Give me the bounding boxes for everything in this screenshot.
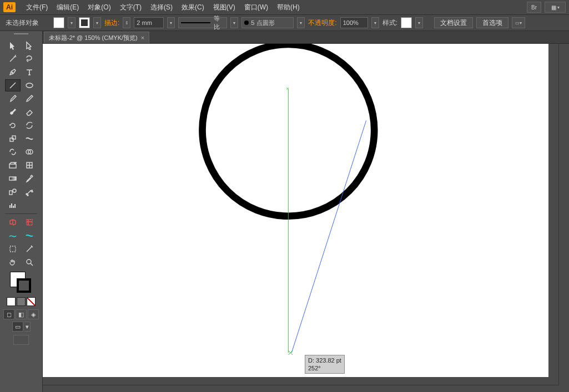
- hand-tool[interactable]: [5, 256, 21, 268]
- fill-stroke-control[interactable]: [9, 272, 33, 294]
- screen-mode-button[interactable]: ▭: [12, 322, 23, 332]
- color-mode-row: [7, 297, 36, 306]
- zoom-tool[interactable]: [22, 256, 37, 268]
- control-menu-icon[interactable]: ▭▾: [512, 17, 525, 28]
- rotate-tool[interactable]: [5, 119, 21, 131]
- close-tab-icon[interactable]: ×: [141, 34, 144, 41]
- fill-dropdown[interactable]: ▾: [68, 17, 75, 28]
- brush-dropdown[interactable]: ▾: [297, 17, 305, 28]
- free-transform-tool[interactable]: [5, 146, 21, 158]
- tooltip-angle: 252°: [308, 364, 341, 372]
- menu-bar: Ai 文件(F) 编辑(E) 对象(O) 文字(T) 选择(S) 效果(C) 视…: [0, 0, 569, 15]
- svg-point-11: [13, 189, 16, 192]
- pencil-tool[interactable]: [22, 93, 37, 105]
- opacity-dropdown[interactable]: ▾: [371, 17, 379, 28]
- curvature-tool[interactable]: [5, 230, 21, 242]
- lasso-tool[interactable]: [22, 53, 37, 65]
- gradient-tool[interactable]: [5, 172, 21, 185]
- artboard-tool[interactable]: [5, 216, 21, 228]
- stroke-color[interactable]: [17, 278, 31, 293]
- stroke-weight-dropdown[interactable]: ▾: [167, 17, 175, 28]
- width-tool[interactable]: [22, 133, 37, 145]
- menu-type[interactable]: 文字(T): [116, 1, 145, 14]
- draw-inside[interactable]: ◈: [28, 309, 39, 319]
- brush-profile[interactable]: 5 点圆形: [241, 17, 294, 28]
- stroke-dropdown[interactable]: ▾: [93, 17, 101, 28]
- opacity-label[interactable]: 不透明度:: [308, 18, 336, 28]
- document-setup-button[interactable]: 文档设置: [434, 17, 473, 28]
- style-swatch[interactable]: [401, 17, 412, 28]
- preferences-button[interactable]: 首选项: [476, 17, 508, 28]
- opacity-input[interactable]: 100%: [340, 17, 368, 28]
- svg-rect-7: [9, 164, 16, 168]
- line-segment-tool[interactable]: [5, 79, 21, 91]
- svg-point-2: [26, 83, 33, 88]
- blend-tool[interactable]: [5, 186, 21, 198]
- svg-line-1: [10, 83, 16, 88]
- screen-mode-dropdown[interactable]: ▾: [24, 322, 31, 332]
- svg-rect-3: [10, 138, 13, 141]
- tools-grip[interactable]: [7, 32, 35, 36]
- color-mode-gradient[interactable]: [17, 297, 26, 306]
- draw-behind[interactable]: ◧: [16, 309, 27, 319]
- style-dropdown[interactable]: ▾: [415, 17, 423, 28]
- smooth-tool[interactable]: [22, 230, 37, 242]
- menu-window[interactable]: 窗口(W): [240, 1, 272, 14]
- artwork: ×: [43, 44, 548, 377]
- mesh-tool[interactable]: [22, 159, 37, 171]
- dash-dropdown[interactable]: ▾: [230, 17, 238, 28]
- magic-wand-tool[interactable]: [5, 53, 21, 65]
- measurement-line: [291, 120, 366, 353]
- color-mode-none[interactable]: [27, 297, 36, 306]
- bridge-button[interactable]: Br: [527, 2, 541, 13]
- menu-object[interactable]: 对象(O): [84, 1, 114, 14]
- eraser-tool[interactable]: [22, 106, 37, 118]
- perspective-grid-tool[interactable]: [5, 159, 21, 171]
- canvas[interactable]: × D: 323.82 pt 252°: [43, 44, 548, 377]
- column-graph-tool[interactable]: [5, 199, 21, 211]
- blob-brush-tool[interactable]: [5, 106, 21, 118]
- fill-swatch[interactable]: [53, 17, 64, 28]
- vertical-scrollbar[interactable]: [558, 44, 569, 385]
- ellipse-tool[interactable]: [22, 79, 37, 91]
- anchor-cross-icon: [288, 350, 293, 355]
- menu-edit[interactable]: 编辑(E): [53, 1, 83, 14]
- style-label: 样式:: [382, 18, 397, 28]
- svg-point-0: [12, 72, 13, 73]
- toolbar-extra[interactable]: [13, 335, 29, 345]
- tools-panel: ◻ ◧ ◈ ▭ ▾: [0, 31, 43, 392]
- svg-point-16: [27, 259, 31, 264]
- horizontal-scrollbar[interactable]: [43, 385, 559, 392]
- menu-file[interactable]: 文件(F): [22, 1, 52, 14]
- menu-view[interactable]: 视图(V): [209, 1, 239, 14]
- eyedropper-tool[interactable]: [22, 172, 37, 185]
- selection-tool[interactable]: [5, 39, 21, 52]
- type-tool[interactable]: [22, 66, 37, 78]
- menu-effect[interactable]: 效果(C): [178, 1, 208, 14]
- menu-select[interactable]: 选择(S): [147, 1, 177, 14]
- symbol-sprayer-tool[interactable]: [22, 186, 37, 198]
- stroke-stepper-icon[interactable]: ⇕: [123, 17, 130, 28]
- stroke-swatch[interactable]: [79, 17, 90, 28]
- document-tab-bar: 未标题-2* @ 150% (CMYK/预览) ×: [43, 31, 569, 44]
- document-tab[interactable]: 未标题-2* @ 150% (CMYK/预览) ×: [44, 32, 149, 43]
- reflect-tool[interactable]: [22, 119, 37, 131]
- arrange-docs-button[interactable]: ▦▾: [545, 2, 566, 13]
- svg-rect-15: [10, 246, 16, 252]
- draw-normal[interactable]: ◻: [3, 309, 14, 319]
- slice-tool[interactable]: [22, 216, 37, 228]
- knife-tool[interactable]: [22, 243, 37, 255]
- dash-profile[interactable]: 等比: [178, 17, 227, 28]
- scale-tool[interactable]: [5, 133, 21, 145]
- color-mode-solid[interactable]: [7, 297, 16, 306]
- app-logo: Ai: [3, 2, 16, 12]
- pen-tool[interactable]: [5, 66, 21, 78]
- svg-rect-10: [9, 191, 12, 195]
- direct-selection-tool[interactable]: [22, 39, 37, 52]
- stroke-label[interactable]: 描边:: [104, 18, 119, 28]
- menu-help[interactable]: 帮助(H): [273, 1, 304, 14]
- shape-builder-tool[interactable]: [22, 146, 37, 158]
- stroke-weight-input[interactable]: 2 mm: [134, 17, 164, 28]
- crop-tool[interactable]: [5, 243, 21, 255]
- paintbrush-tool[interactable]: [5, 93, 21, 105]
